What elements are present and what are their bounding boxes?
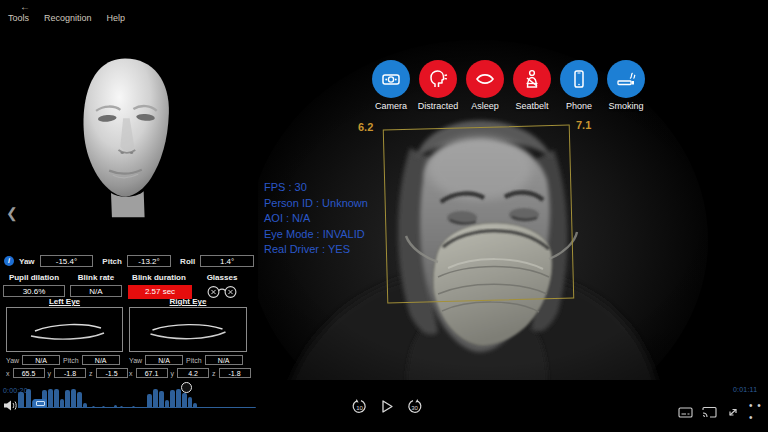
telemetry-panel: ❮ i Yaw -15.4° Pitch -13.2° Roll 1.4° Pu… <box>0 30 258 385</box>
skip-forward-30-icon: 30 <box>407 399 422 414</box>
face-box-right-value: 7.1 <box>576 119 591 131</box>
distracted-label: Distracted <box>418 101 459 111</box>
player-bar: 0:00:20 0:01:11 10 <box>0 380 768 432</box>
roll-value-field: 1.4° <box>200 255 254 267</box>
menu-item-recognition[interactable]: Recognition <box>44 13 92 23</box>
pupil-dilation-metric: Pupil dilation 30.6% <box>3 273 65 297</box>
left-eye-z-label: z <box>89 370 93 377</box>
collapse-chevron-icon[interactable]: ❮ <box>6 206 18 220</box>
detection-asleep: Asleep <box>466 60 504 111</box>
right-eye-z-label: z <box>212 370 216 377</box>
left-eye-x-label: x <box>6 370 10 377</box>
camera-button[interactable] <box>372 60 410 98</box>
pupil-dilation-label: Pupil dilation <box>3 273 65 282</box>
duration-time: 0:01:11 <box>733 386 757 393</box>
skip-back-10-icon: 10 <box>352 399 367 414</box>
smoking-label: Smoking <box>608 101 643 111</box>
right-eye-z-value: -1.8 <box>219 368 251 378</box>
skip-forward-button[interactable]: 30 <box>407 399 422 414</box>
asleep-label: Asleep <box>471 101 499 111</box>
player-options: • • • <box>678 400 768 424</box>
svg-text:30: 30 <box>411 405 418 411</box>
right-eye-y-value: 4.2 <box>177 368 209 378</box>
left-eye-title: Left Eye <box>6 297 123 306</box>
phone-label: Phone <box>566 101 592 111</box>
asleep-button[interactable] <box>466 60 504 98</box>
fullscreen-icon <box>726 406 740 419</box>
left-eye-sketch <box>7 308 122 351</box>
detection-seatbelt: Seatbelt <box>513 60 551 111</box>
head-model-3d <box>55 52 195 222</box>
volume-icon <box>3 399 18 412</box>
right-eye-panel <box>129 307 247 352</box>
asleep-icon <box>474 68 496 90</box>
playback-controls: 10 30 <box>352 399 422 414</box>
timeline-flag-icon[interactable] <box>33 399 47 408</box>
seatbelt-icon <box>521 68 543 90</box>
elapsed-time: 0:00:20 <box>3 387 28 394</box>
pitch-value-field: -13.2° <box>127 255 171 267</box>
right-eye-pitch-label: Pitch <box>186 357 202 364</box>
dms-app-window: ← Tools Recognition Help <box>0 0 768 432</box>
menu-item-tools[interactable]: Tools <box>8 13 29 23</box>
volume-button[interactable] <box>3 399 18 412</box>
back-arrow-icon[interactable]: ← <box>20 1 30 12</box>
left-eye-position-row: x 65.5 y -1.8 z -1.5 <box>6 368 128 378</box>
stat-real-driver: Real Driver : YES <box>264 242 368 258</box>
seatbelt-button[interactable] <box>513 60 551 98</box>
stat-person-id: Person ID : Unknown <box>264 196 368 212</box>
blink-rate-label: Blink rate <box>70 273 122 282</box>
fullscreen-button[interactable] <box>726 406 740 419</box>
play-button[interactable] <box>380 399 394 414</box>
right-eye-position-row: x 67.1 y 4.2 z -1.8 <box>129 368 251 378</box>
head-pose-row: i Yaw -15.4° Pitch -13.2° Roll 1.4° <box>4 255 254 267</box>
detection-distracted: Distracted <box>419 60 457 111</box>
skip-back-button[interactable]: 10 <box>352 399 367 414</box>
more-button[interactable]: • • • <box>749 400 768 424</box>
menu-bar: ← Tools Recognition Help <box>0 0 768 30</box>
pupil-dilation-value: 30.6% <box>3 285 65 297</box>
svg-text:10: 10 <box>356 405 363 411</box>
blink-duration-label: Blink duration <box>128 273 190 282</box>
yaw-value-field: -15.4° <box>40 255 94 267</box>
right-eye-yaw-value: N/A <box>145 355 183 365</box>
yaw-label: Yaw <box>17 257 37 266</box>
right-eye-x-label: x <box>129 370 133 377</box>
glasses-label: Glasses <box>196 273 248 282</box>
detection-status-row: Camera Distracted Asleep <box>372 60 645 111</box>
phone-button[interactable] <box>560 60 598 98</box>
blink-rate-value: N/A <box>70 285 122 297</box>
camera-icon <box>380 68 402 90</box>
info-icon[interactable]: i <box>4 256 14 266</box>
subtitles-icon <box>678 406 693 419</box>
left-eye-y-value: -1.8 <box>54 368 86 378</box>
stat-eye-mode: Eye Mode : INVALID <box>264 227 368 243</box>
distracted-button[interactable] <box>419 60 457 98</box>
distracted-icon <box>427 68 449 90</box>
cast-button[interactable] <box>702 406 717 419</box>
face-bounding-box <box>383 125 574 304</box>
stat-fps: FPS : 30 <box>264 180 368 196</box>
subtitles-button[interactable] <box>678 406 693 419</box>
stat-aoi: AOI : N/A <box>264 211 368 227</box>
face-box-left-value: 6.2 <box>358 121 373 133</box>
left-eye-pitch-value: N/A <box>82 355 120 365</box>
cast-icon <box>702 406 717 419</box>
left-eye-z-value: -1.5 <box>96 368 128 378</box>
right-eye-x-value: 67.1 <box>136 368 168 378</box>
left-eye-pitch-label: Pitch <box>63 357 79 364</box>
menu-items: Tools Recognition Help <box>8 13 125 23</box>
right-eye-title: Right Eye <box>129 297 247 306</box>
detection-smoking: Smoking <box>607 60 645 111</box>
roll-label: Roll <box>178 257 197 266</box>
left-eye-x-value: 65.5 <box>13 368 45 378</box>
right-eye-angles-row: Yaw N/A Pitch N/A <box>129 355 243 365</box>
menu-item-help[interactable]: Help <box>107 13 126 23</box>
left-eye-angles-row: Yaw N/A Pitch N/A <box>6 355 120 365</box>
blink-rate-metric: Blink rate N/A <box>70 273 122 297</box>
smoking-button[interactable] <box>607 60 645 98</box>
seek-handle[interactable] <box>181 382 192 393</box>
right-eye-y-label: y <box>171 370 175 377</box>
camera-feed-panel: Camera Distracted Asleep <box>258 30 768 388</box>
detection-camera: Camera <box>372 60 410 111</box>
